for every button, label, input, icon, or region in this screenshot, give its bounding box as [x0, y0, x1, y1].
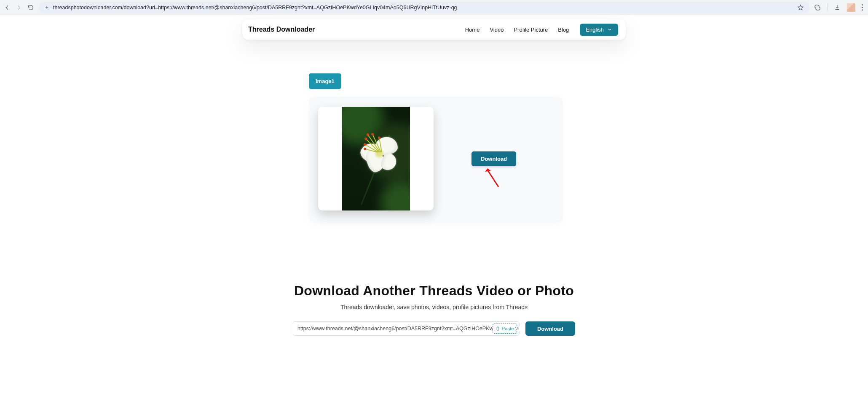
profile-avatar[interactable] — [847, 3, 855, 12]
brand-title[interactable]: Threads Downloader — [248, 26, 315, 33]
paste-label: Paste — [502, 326, 514, 331]
threads-url-input[interactable] — [293, 321, 520, 336]
star-icon[interactable] — [797, 4, 804, 11]
image-tab-badge[interactable]: image1 — [309, 73, 341, 89]
site-navbar: Threads Downloader Home Video Profile Pi… — [242, 19, 626, 40]
extensions-icon[interactable] — [814, 4, 821, 11]
thumbnail-image — [342, 107, 410, 210]
nav-link-home[interactable]: Home — [465, 27, 480, 33]
chevron-down-icon — [607, 27, 612, 32]
address-bar[interactable]: threadsphotodownloader.com/download?url=… — [39, 2, 809, 13]
submit-download-button[interactable]: Download — [525, 321, 575, 336]
download-button[interactable]: Download — [472, 151, 516, 166]
section-heading: Download Another Threads Video or Photo — [242, 283, 626, 299]
language-button[interactable]: English — [580, 24, 618, 36]
paste-button[interactable]: Paste — [493, 324, 517, 334]
nav-link-video[interactable]: Video — [490, 27, 504, 33]
address-bar-text: threadsphotodownloader.com/download?url=… — [53, 5, 793, 11]
nav-link-profile[interactable]: Profile Picture — [514, 27, 548, 33]
result-thumbnail — [318, 107, 434, 210]
clipboard-icon — [496, 326, 500, 331]
input-overflow-tag: VI — [514, 326, 520, 331]
language-label: English — [586, 27, 604, 33]
forward-icon — [15, 4, 23, 11]
url-input-wrap: Paste VI — [293, 321, 520, 336]
divider — [827, 4, 828, 11]
nav-link-blog[interactable]: Blog — [558, 27, 569, 33]
menu-icon[interactable] — [861, 4, 863, 11]
svg-rect-0 — [497, 327, 499, 330]
chrome-right-group — [814, 3, 865, 12]
section-subtext: Threads downloader, save photos, videos,… — [242, 304, 626, 310]
reload-icon[interactable] — [27, 4, 35, 11]
download-another-section: Download Another Threads Video or Photo … — [242, 283, 626, 336]
browser-chrome: threadsphotodownloader.com/download?url=… — [0, 0, 868, 15]
page-viewport[interactable]: Threads Downloader Home Video Profile Pi… — [0, 15, 868, 410]
back-icon[interactable] — [3, 4, 11, 11]
downloads-icon[interactable] — [833, 4, 841, 11]
site-settings-icon[interactable] — [44, 5, 50, 11]
